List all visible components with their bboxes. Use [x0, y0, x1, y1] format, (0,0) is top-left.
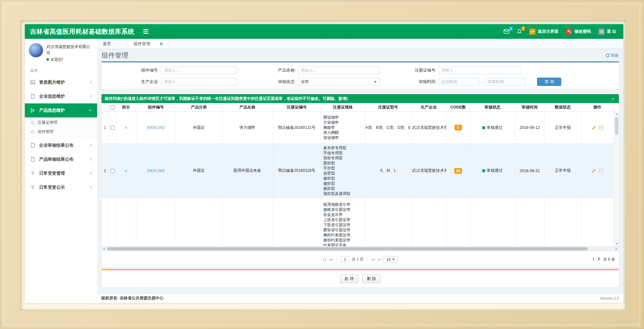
- prev-page-button[interactable]: [329, 258, 333, 261]
- select-all-checkbox[interactable]: [110, 105, 115, 109]
- version-text: Version 2.0: [600, 296, 619, 301]
- first-page-button[interactable]: [323, 258, 327, 261]
- col-split: 拆分: [116, 103, 136, 112]
- add-button[interactable]: 新 增: [340, 275, 358, 283]
- picture-frame: 吉林省高值医用耗材基础数据库系统 0 1 返回主界面 修改密码: [0, 0, 644, 329]
- scroll-down-arrow[interactable]: [614, 242, 619, 246]
- return-main-button[interactable]: 返回主界面: [529, 29, 558, 35]
- search-button[interactable]: 查 询: [537, 78, 561, 86]
- welcome-text: 欢迎您!: [51, 57, 63, 62]
- circle-icon: [31, 121, 34, 124]
- image-icon: [30, 80, 35, 84]
- document-icon[interactable]: [599, 125, 603, 130]
- mail-badge: 0: [509, 27, 513, 31]
- tab-home[interactable]: 首页: [97, 39, 128, 49]
- component-table: 拆分 组件编号 产品分类 产品名称 注册证编号 注册证规格 注册证型号 生产企业…: [102, 103, 614, 246]
- edit-icon[interactable]: [591, 168, 596, 173]
- menu-label: 菜单: [25, 64, 97, 75]
- change-password-label: 修改密码: [574, 29, 591, 34]
- sidebar-item-enterprise-audit-results[interactable]: 企业审核结果公布: [25, 138, 97, 152]
- page-number-input[interactable]: 1: [341, 256, 350, 263]
- next-page-button[interactable]: [372, 258, 375, 261]
- sidebar-item-product-audit-results[interactable]: 产品审核结果公布: [25, 152, 97, 166]
- file-icon: [30, 157, 35, 162]
- component-list-title: 组件列表: [105, 96, 121, 102]
- user-panel: 武汉克瑞普新技术有限公司 欢迎您!: [25, 39, 97, 64]
- audit-status-select[interactable]: 全部: [298, 78, 380, 86]
- sidebar-item-qualification-images[interactable]: 资质图片维护: [25, 75, 97, 89]
- total-pages-text: 共 1 页: [352, 257, 364, 262]
- refresh-link[interactable]: 刷新: [605, 53, 619, 58]
- rownum-header: [102, 103, 109, 112]
- start-date-input[interactable]: [439, 78, 479, 86]
- col-manufacturer: 生产企业: [411, 103, 446, 112]
- horizontal-scrollbar[interactable]: [102, 246, 619, 251]
- sidebar-item-daily-change-management[interactable]: 日常变更管理: [25, 166, 97, 180]
- scroll-left-arrow[interactable]: [102, 247, 106, 251]
- sidebar-item-daily-change-publicity[interactable]: 日常变更公示: [25, 180, 97, 194]
- component-list-note: (*必须进入组件详情页才可送审，到期换证不变的统一在注册证到期变更中的注册证页面…: [121, 96, 348, 102]
- record-range-text: 1 - 8: [592, 257, 600, 262]
- collapse-button[interactable]: −: [610, 96, 616, 102]
- sidebar-item-label: 日常变更公示: [39, 185, 65, 190]
- audit-time-range: - 查 询: [439, 78, 619, 86]
- sidebar-item-product-info[interactable]: 产品信息维护: [25, 103, 97, 117]
- sidebar-item-component-management[interactable]: 组件管理: [25, 127, 97, 136]
- last-page-button[interactable]: [378, 258, 381, 261]
- component-no-link[interactable]: 00041363: [147, 169, 165, 173]
- sidebar-item-cert-management[interactable]: 注册证管理: [25, 118, 97, 127]
- sidebar-item-label: 企业信息维护: [39, 94, 65, 99]
- pagination-bar: 1 共 1 页 10 1 - 8 共 8 条: [102, 251, 619, 267]
- audit-status-text: 审核通过: [487, 168, 503, 173]
- expand-row-button[interactable]: +: [125, 168, 127, 173]
- return-icon: [529, 29, 535, 35]
- search-panel: 组件编号: 产品名称: 注册证编号: 生产企业: 审核状态: 全部 审核时间:: [101, 61, 619, 89]
- mail-button[interactable]: 0: [504, 29, 509, 34]
- pin-icon: [30, 185, 35, 190]
- col-operation: 操作: [581, 103, 613, 112]
- expand-row-button[interactable]: +: [125, 125, 127, 130]
- col-code-count: CODE数: [446, 103, 470, 112]
- vertical-scrollbar[interactable]: [614, 112, 619, 246]
- hamburger-icon[interactable]: [143, 29, 148, 34]
- online-dot-icon: [46, 58, 49, 61]
- scroll-up-arrow[interactable]: [614, 112, 619, 116]
- cert-no-input[interactable]: [439, 66, 521, 74]
- vertical-scroll-thumb[interactable]: [615, 117, 618, 135]
- end-date-input[interactable]: [485, 78, 525, 86]
- notification-button[interactable]: 1: [517, 29, 522, 34]
- row-checkbox[interactable]: [110, 169, 115, 173]
- code-count-badge: 5: [455, 125, 462, 130]
- scroll-right-arrow[interactable]: [614, 247, 619, 251]
- component-no-link[interactable]: 00041392: [147, 125, 165, 130]
- component-no-input[interactable]: [161, 66, 237, 74]
- chevron-left-icon: [90, 172, 92, 175]
- row-checkbox[interactable]: [110, 126, 115, 130]
- col-cert-no: 注册证编号: [273, 103, 321, 112]
- horizontal-scroll-thumb[interactable]: [107, 247, 588, 250]
- delete-button[interactable]: 删 除: [362, 275, 381, 283]
- mail-icon: [504, 29, 509, 34]
- tab-component-management[interactable]: 组件管理: [128, 39, 169, 49]
- sidebar-item-enterprise-info[interactable]: 企业信息维护: [25, 89, 97, 103]
- cert-spec-list: 医用颈椎牵引带 腰椎牵引固定带 骨盆悬吊带 上肢牵引固定带 下肢牵引固定带 踝骨…: [321, 198, 365, 247]
- table-row: 医用颈椎牵引带 腰椎牵引固定带 骨盆悬吊带 上肢牵引固定带 下肢牵引固定带 踝骨…: [102, 198, 613, 247]
- change-password-button[interactable]: 修改密码: [566, 29, 591, 35]
- header-actions: 0 1 返回主界面 修改密码 退 出: [504, 29, 623, 35]
- manufacturer-input[interactable]: [161, 78, 237, 86]
- copyright-text: 版权所有: 吉林省公共资源交易中心: [101, 296, 163, 301]
- table-row: 2 + 00041363 外固定 医用外固定夹板 鄂汉械备20160116号 鼻…: [102, 144, 613, 198]
- tab-bar: 首页 组件管理: [97, 39, 623, 49]
- edit-icon[interactable]: [591, 125, 596, 130]
- close-icon[interactable]: [160, 42, 163, 45]
- app-title: 吉林省高值医用耗材基础数据库系统: [25, 27, 134, 36]
- record-total-text: 共 8 条: [603, 257, 615, 262]
- logout-button[interactable]: 退 出: [598, 29, 616, 35]
- table-header-row: 拆分 组件编号 产品分类 产品名称 注册证编号 注册证规格 注册证型号 生产企业…: [102, 103, 613, 112]
- chevron-down-icon: [88, 109, 92, 111]
- document-icon[interactable]: [599, 168, 603, 173]
- photo-mat: 吉林省高值医用耗材基础数据库系统 0 1 返回主界面 修改密码: [20, 20, 626, 311]
- fork-icon: [30, 108, 35, 113]
- page-size-select[interactable]: 10: [384, 256, 398, 263]
- product-name-input[interactable]: [298, 66, 380, 74]
